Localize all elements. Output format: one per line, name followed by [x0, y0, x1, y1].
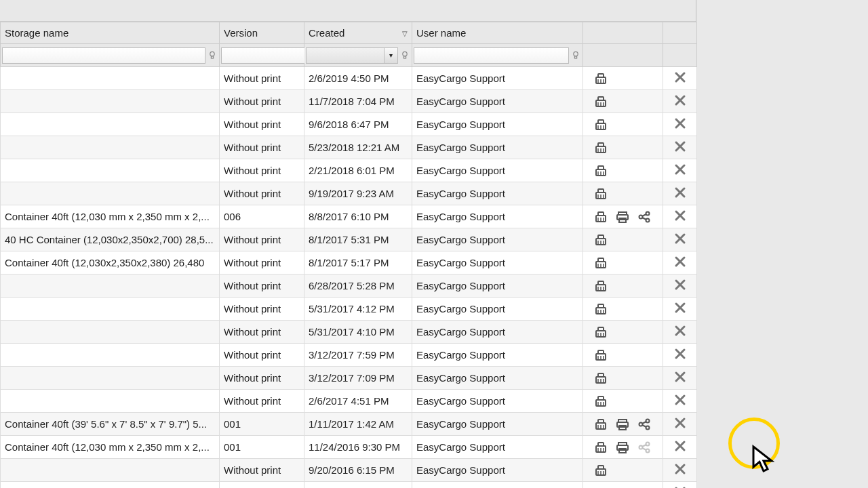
cell-actions	[583, 113, 663, 136]
cell-created: 2/6/2019 4:50 PM	[304, 67, 412, 90]
delete-icon[interactable]	[673, 416, 687, 430]
table-row[interactable]: Without print3/12/2017 7:09 PMEasyCargo …	[1, 367, 697, 390]
cell-version: Without print	[220, 251, 304, 274]
cell-user: EasyCargo Support	[412, 182, 583, 205]
table-row[interactable]: Container 40ft (12,030 mm x 2,350 mm x 2…	[1, 436, 697, 459]
share-icon[interactable]	[637, 441, 651, 454]
delete-icon[interactable]	[673, 140, 687, 153]
table-row[interactable]: Without print2/6/2019 4:50 PMEasyCargo S…	[1, 67, 697, 90]
open-load-icon[interactable]	[594, 72, 608, 85]
table-row[interactable]: Container 40ft (39' 5.6" x 7' 8.5" x 7' …	[1, 413, 697, 436]
cell-version: 001	[220, 413, 304, 436]
open-load-icon[interactable]	[594, 256, 608, 270]
delete-icon[interactable]	[673, 232, 687, 245]
open-load-icon[interactable]	[594, 95, 608, 108]
table-row[interactable]: Without print2/21/2018 6:01 PMEasyCargo …	[1, 159, 697, 182]
cell-user: EasyCargo Support	[412, 459, 583, 482]
delete-icon[interactable]	[673, 186, 687, 199]
delete-icon[interactable]	[673, 255, 687, 268]
cell-user: EasyCargo Support	[412, 482, 583, 489]
cell-delete	[663, 482, 697, 489]
cell-storage	[1, 136, 220, 159]
cell-delete	[663, 205, 697, 228]
share-icon[interactable]	[637, 210, 651, 224]
table-row[interactable]: 40 HC Container (12,030x2,350x2,700) 28,…	[1, 228, 697, 251]
filter-user-hint-icon[interactable]	[570, 49, 581, 62]
cell-storage	[1, 344, 220, 367]
cell-actions	[583, 228, 663, 251]
open-load-icon[interactable]	[594, 302, 608, 316]
chevron-down-icon[interactable]: ▾	[384, 48, 397, 63]
col-header-created[interactable]: Created ▽	[304, 22, 412, 44]
filter-storage-hint-icon[interactable]	[207, 49, 218, 62]
delete-icon[interactable]	[673, 485, 687, 488]
cell-version: 006	[220, 205, 304, 228]
cell-delete	[663, 182, 697, 205]
filter-user-input[interactable]	[414, 47, 569, 64]
open-load-icon[interactable]	[594, 164, 608, 178]
open-load-icon[interactable]	[594, 187, 608, 201]
table-row[interactable]: Container 40ft (12,030 mm x 2,350 mm x 2…	[1, 205, 697, 228]
delete-icon[interactable]	[673, 370, 687, 384]
open-load-icon[interactable]	[594, 418, 608, 431]
open-load-icon[interactable]	[594, 348, 608, 362]
open-load-icon[interactable]	[594, 118, 608, 131]
filter-created-hint-icon[interactable]	[399, 49, 410, 62]
delete-icon[interactable]	[673, 278, 687, 291]
print-icon[interactable]	[616, 210, 629, 224]
open-load-icon[interactable]	[594, 464, 608, 477]
cell-user: EasyCargo Support	[412, 390, 583, 413]
delete-icon[interactable]	[673, 462, 687, 476]
open-load-icon[interactable]	[594, 141, 608, 155]
col-header-actions	[583, 22, 663, 44]
print-icon[interactable]	[616, 441, 629, 454]
delete-icon[interactable]	[673, 70, 687, 84]
cell-user: EasyCargo Support	[412, 274, 583, 298]
delete-icon[interactable]	[673, 393, 687, 407]
cell-actions	[583, 67, 663, 90]
cell-actions	[583, 390, 663, 413]
table-row[interactable]: Container 40ft (12,030x2,350x2,380) 26,4…	[1, 251, 697, 274]
col-header-version[interactable]: Version	[220, 22, 304, 44]
filter-created-datepicker[interactable]: ▾	[306, 47, 398, 64]
delete-icon[interactable]	[673, 209, 687, 222]
delete-icon[interactable]	[673, 163, 687, 176]
col-header-storage[interactable]: Storage name	[1, 22, 220, 44]
table-row[interactable]: Without print2/6/2017 4:51 PMEasyCargo S…	[1, 390, 697, 413]
filter-storage-input[interactable]	[2, 47, 205, 64]
table-row[interactable]: Without print5/31/2017 4:12 PMEasyCargo …	[1, 298, 697, 321]
delete-icon[interactable]	[673, 301, 687, 314]
open-load-icon[interactable]	[594, 233, 608, 247]
open-load-icon[interactable]	[594, 325, 608, 339]
delete-icon[interactable]	[673, 117, 687, 130]
open-load-icon[interactable]	[594, 371, 608, 385]
open-load-icon[interactable]	[594, 210, 608, 224]
table-row[interactable]: Without print5/23/2018 12:21 AMEasyCargo…	[1, 136, 697, 159]
table-row[interactable]: Without print9/20/2016 6:15 PMEasyCargo …	[1, 459, 697, 482]
table-row[interactable]: Without print9/19/2017 9:23 AMEasyCargo …	[1, 182, 697, 205]
cell-created: 9/19/2017 9:23 AM	[304, 182, 412, 205]
table-row[interactable]: Without print11/7/2018 7:04 PMEasyCargo …	[1, 90, 697, 113]
delete-icon[interactable]	[673, 324, 687, 338]
cell-delete	[663, 298, 697, 321]
cell-created: 9/6/2018 6:47 PM	[304, 113, 412, 136]
table-row[interactable]: Without print9/20/2016 6:10 PMEasyCargo …	[1, 482, 697, 489]
open-load-icon[interactable]	[594, 394, 608, 408]
col-header-user[interactable]: User name	[412, 22, 583, 44]
open-load-icon[interactable]	[594, 441, 608, 454]
cell-delete	[663, 136, 697, 159]
table-row[interactable]: Without print5/31/2017 4:10 PMEasyCargo …	[1, 321, 697, 344]
cell-storage: Container 40ft (12,030 mm x 2,350 mm x 2…	[1, 436, 220, 459]
table-row[interactable]: Without print9/6/2018 6:47 PMEasyCargo S…	[1, 113, 697, 136]
delete-icon[interactable]	[673, 347, 687, 361]
cell-version: Without print	[220, 159, 304, 182]
delete-icon[interactable]	[673, 439, 687, 453]
delete-icon[interactable]	[673, 94, 687, 107]
share-icon[interactable]	[637, 418, 651, 431]
sort-desc-icon: ▽	[402, 29, 408, 37]
print-icon[interactable]	[616, 418, 629, 431]
table-row[interactable]: Without print3/12/2017 7:59 PMEasyCargo …	[1, 344, 697, 367]
open-load-icon[interactable]	[594, 279, 608, 293]
table-row[interactable]: Without print6/28/2017 5:28 PMEasyCargo …	[1, 274, 697, 298]
cell-created: 1/11/2017 1:42 AM	[304, 413, 412, 436]
